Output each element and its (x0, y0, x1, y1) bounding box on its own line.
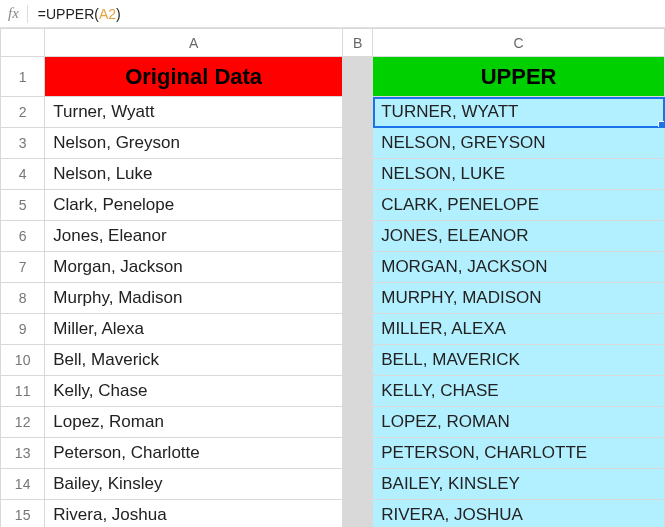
formula-bar[interactable]: fx =UPPER(A2) (0, 0, 665, 28)
row-header[interactable]: 11 (1, 376, 45, 407)
cell-b[interactable] (343, 469, 373, 500)
header-upper[interactable]: UPPER (373, 57, 665, 97)
cell-c[interactable]: PETERSON, CHARLOTTE (373, 438, 665, 469)
cell-c[interactable]: JONES, ELEANOR (373, 221, 665, 252)
row-header[interactable]: 6 (1, 221, 45, 252)
cell-a[interactable]: Kelly, Chase (45, 376, 343, 407)
row-header[interactable]: 7 (1, 252, 45, 283)
cell-b[interactable] (343, 500, 373, 528)
cell-c[interactable]: NELSON, LUKE (373, 159, 665, 190)
row-header[interactable]: 14 (1, 469, 45, 500)
cell-b[interactable] (343, 438, 373, 469)
row-header[interactable]: 8 (1, 283, 45, 314)
cell-a[interactable]: Bailey, Kinsley (45, 469, 343, 500)
row-header[interactable]: 4 (1, 159, 45, 190)
row-header[interactable]: 3 (1, 128, 45, 159)
fx-icon: fx (8, 5, 19, 22)
cell-a[interactable]: Rivera, Joshua (45, 500, 343, 528)
cell-c[interactable]: BELL, MAVERICK (373, 345, 665, 376)
cell-c[interactable]: KELLY, CHASE (373, 376, 665, 407)
row-header[interactable]: 13 (1, 438, 45, 469)
col-header-b[interactable]: B (343, 29, 373, 57)
cell-b[interactable] (343, 345, 373, 376)
cell-c[interactable]: MURPHY, MADISON (373, 283, 665, 314)
row-header[interactable]: 12 (1, 407, 45, 438)
cell-b[interactable] (343, 376, 373, 407)
cell-a[interactable]: Miller, Alexa (45, 314, 343, 345)
cell-c[interactable]: CLARK, PENELOPE (373, 190, 665, 221)
cell-c[interactable]: MORGAN, JACKSON (373, 252, 665, 283)
cell-a[interactable]: Nelson, Greyson (45, 128, 343, 159)
cell-a[interactable]: Bell, Maverick (45, 345, 343, 376)
cell-c[interactable]: LOPEZ, ROMAN (373, 407, 665, 438)
cell-a[interactable]: Jones, Eleanor (45, 221, 343, 252)
cell-a[interactable]: Clark, Penelope (45, 190, 343, 221)
cell-a[interactable]: Murphy, Madison (45, 283, 343, 314)
cell-b[interactable] (343, 159, 373, 190)
cell-b[interactable] (343, 252, 373, 283)
spreadsheet-grid[interactable]: A B C 1 Original Data UPPER 2 Turner, Wy… (0, 28, 665, 527)
cell-a[interactable]: Lopez, Roman (45, 407, 343, 438)
col-header-c[interactable]: C (373, 29, 665, 57)
row-header[interactable]: 9 (1, 314, 45, 345)
cell-c[interactable]: BAILEY, KINSLEY (373, 469, 665, 500)
row-header[interactable]: 15 (1, 500, 45, 528)
cell-b[interactable] (343, 221, 373, 252)
cell-b1[interactable] (343, 57, 373, 97)
cell-c[interactable]: MILLER, ALEXA (373, 314, 665, 345)
col-header-a[interactable]: A (45, 29, 343, 57)
row-header[interactable]: 1 (1, 57, 45, 97)
cell-a[interactable]: Turner, Wyatt (45, 97, 343, 128)
header-original[interactable]: Original Data (45, 57, 343, 97)
cell-a[interactable]: Peterson, Charlotte (45, 438, 343, 469)
formula-text: =UPPER(A2) (38, 6, 121, 22)
row-header[interactable]: 10 (1, 345, 45, 376)
cell-b[interactable] (343, 128, 373, 159)
cell-b[interactable] (343, 314, 373, 345)
divider (27, 5, 28, 23)
corner-cell[interactable] (1, 29, 45, 57)
cell-b[interactable] (343, 97, 373, 128)
cell-c[interactable]: NELSON, GREYSON (373, 128, 665, 159)
row-header[interactable]: 5 (1, 190, 45, 221)
cell-a[interactable]: Morgan, Jackson (45, 252, 343, 283)
cell-c-selected[interactable]: TURNER, WYATT (373, 97, 665, 128)
cell-a[interactable]: Nelson, Luke (45, 159, 343, 190)
cell-b[interactable] (343, 283, 373, 314)
cell-b[interactable] (343, 407, 373, 438)
cell-c[interactable]: RIVERA, JOSHUA (373, 500, 665, 528)
cell-b[interactable] (343, 190, 373, 221)
row-header[interactable]: 2 (1, 97, 45, 128)
